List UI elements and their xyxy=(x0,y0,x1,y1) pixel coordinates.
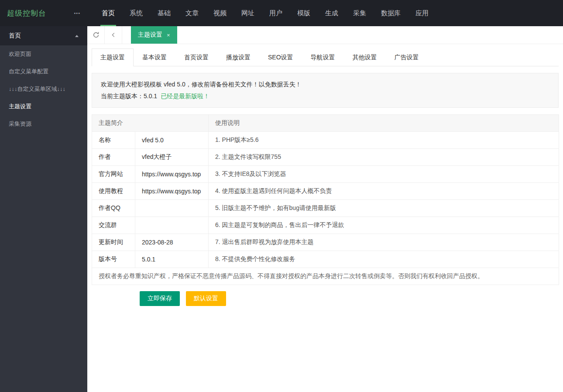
top-nav-item-video[interactable]: 视频 xyxy=(206,0,234,26)
top-nav-item-user[interactable]: 用户 xyxy=(262,0,290,26)
settings-tabs: 主题设置 基本设置 首页设置 播放设置 SEO设置 导航设置 其他设置 广告设置 xyxy=(92,48,559,66)
refresh-button[interactable] xyxy=(87,26,105,44)
tab-play-settings[interactable]: 播放设置 xyxy=(217,48,259,66)
sidebar-item-welcome-page[interactable]: 欢迎页面 xyxy=(0,45,87,63)
row-label: 作者QQ xyxy=(92,200,135,217)
row-note: 6. 因主题是可复制的商品，售出后一律不予退款 xyxy=(209,217,559,234)
table-header-row: 主题简介 使用说明 xyxy=(92,115,559,132)
table-row: 名称 vfed 5.0 1. PHP版本≥5.6 xyxy=(92,132,559,149)
logo-area: 超级控制台 ••• xyxy=(0,0,87,26)
top-nav-item-url[interactable]: 网址 xyxy=(234,0,262,26)
refresh-icon xyxy=(93,31,100,38)
row-label: 名称 xyxy=(92,132,135,149)
license-note: 授权者务必尊重知识产权，严格保证不恶意传播产品源码、不得直接对授权的产品本身进行… xyxy=(92,268,559,285)
row-value: vfed大橙子 xyxy=(135,149,209,166)
table-row: 作者QQ 5. 旧版主题不予维护，如有bug请使用最新版 xyxy=(92,200,559,217)
header-usage-notes: 使用说明 xyxy=(209,115,559,132)
top-nav-item-home[interactable]: 首页 xyxy=(94,0,122,26)
sidebar: 首页 欢迎页面 自定义菜单配置 ↓↓↓自定义菜单区域↓↓↓ 主题设置 采集资源 xyxy=(0,26,87,392)
row-label: 交流群 xyxy=(92,217,135,234)
open-tabs-bar: 主题设置 × xyxy=(87,26,563,44)
row-label: 使用教程 xyxy=(92,183,135,200)
tab-other-settings[interactable]: 其他设置 xyxy=(344,48,386,66)
scroll-tabs-left-button[interactable] xyxy=(105,26,122,44)
default-settings-button[interactable]: 默认设置 xyxy=(186,291,226,306)
theme-info-table: 主题简介 使用说明 名称 vfed 5.0 1. PHP版本≥5.6 作者 vf… xyxy=(92,114,559,285)
chevron-left-icon xyxy=(110,32,117,38)
header-theme-intro: 主题简介 xyxy=(92,115,209,132)
top-nav-item-collect[interactable]: 采集 xyxy=(346,0,374,26)
row-value: https://www.qsgys.top xyxy=(135,183,209,200)
main-area: 主题设置 × 主题设置 基本设置 首页设置 播放设置 SEO设置 导航设置 其他… xyxy=(87,26,563,392)
notice-box: 欢迎使用大橙影视模板 vfed 5.0，修改前请备份相关文件！以免数据丢失！ 当… xyxy=(92,73,559,108)
row-value: https://www.qsgys.top xyxy=(135,166,209,183)
chevron-up-icon xyxy=(75,35,79,37)
table-row: 交流群 6. 因主题是可复制的商品，售出后一律不予退款 xyxy=(92,217,559,234)
table-row: 使用教程 https://www.qsgys.top 4. 使用盗版主题遇到任何… xyxy=(92,183,559,200)
tab-nav-settings[interactable]: 导航设置 xyxy=(302,48,344,66)
notice-line1: 欢迎使用大橙影视模板 vfed 5.0，修改前请备份相关文件！以免数据丢失！ xyxy=(101,79,549,90)
row-note: 5. 旧版主题不予维护，如有bug请使用最新版 xyxy=(209,200,559,217)
save-button[interactable]: 立即保存 xyxy=(140,291,180,306)
sidebar-item-custom-menu-config[interactable]: 自定义菜单配置 xyxy=(0,63,87,80)
table-row: 更新时间 2023-08-28 7. 退出售后群即视为放弃使用本主题 xyxy=(92,234,559,251)
sidebar-section-label: 首页 xyxy=(9,32,21,40)
top-nav-item-app[interactable]: 应用 xyxy=(408,0,436,26)
table-footer-row: 授权者务必尊重知识产权，严格保证不恶意传播产品源码、不得直接对授权的产品本身进行… xyxy=(92,268,559,285)
row-note: 3. 不支持IE8及以下浏览器 xyxy=(209,166,559,183)
version-value: 5.0.1 xyxy=(144,93,157,100)
notice-line2: 当前主题版本：5.0.1已经是最新版啦！ xyxy=(101,90,549,102)
open-tab-label: 主题设置 xyxy=(138,31,162,39)
more-icon[interactable]: ••• xyxy=(74,10,80,16)
row-label: 作者 xyxy=(92,149,135,166)
row-value: vfed 5.0 xyxy=(135,132,209,149)
row-note: 8. 不提供免费个性化修改服务 xyxy=(209,251,559,268)
sidebar-item-theme-settings[interactable]: 主题设置 xyxy=(0,98,87,115)
top-nav-item-basic[interactable]: 基础 xyxy=(150,0,178,26)
top-nav-item-generate[interactable]: 生成 xyxy=(318,0,346,26)
table-row: 作者 vfed大橙子 2. 主题文件读写权限755 xyxy=(92,149,559,166)
top-nav-item-article[interactable]: 文章 xyxy=(178,0,206,26)
sidebar-section-home[interactable]: 首页 xyxy=(0,26,87,45)
tab-home-settings[interactable]: 首页设置 xyxy=(175,48,217,66)
version-status: 已经是最新版啦！ xyxy=(161,93,209,100)
sidebar-item-collect-resources[interactable]: 采集资源 xyxy=(0,115,87,133)
row-value: 2023-08-28 xyxy=(135,234,209,251)
row-note: 2. 主题文件读写权限755 xyxy=(209,149,559,166)
row-label: 官方网站 xyxy=(92,166,135,183)
row-note: 1. PHP版本≥5.6 xyxy=(209,132,559,149)
top-nav-item-template[interactable]: 模版 xyxy=(290,0,318,26)
sidebar-item-custom-menu-area[interactable]: ↓↓↓自定义菜单区域↓↓↓ xyxy=(0,80,87,98)
top-nav-item-system[interactable]: 系统 xyxy=(122,0,150,26)
app-title: 超级控制台 xyxy=(7,8,46,18)
row-label: 更新时间 xyxy=(92,234,135,251)
tab-theme-settings[interactable]: 主题设置 xyxy=(92,48,134,66)
row-value: 5.0.1 xyxy=(135,251,209,268)
tab-seo-settings[interactable]: SEO设置 xyxy=(259,48,302,66)
row-label: 版本号 xyxy=(92,251,135,268)
table-row: 官方网站 https://www.qsgys.top 3. 不支持IE8及以下浏… xyxy=(92,166,559,183)
content-panel: 主题设置 基本设置 首页设置 播放设置 SEO设置 导航设置 其他设置 广告设置… xyxy=(87,44,563,306)
open-tab-theme-settings[interactable]: 主题设置 × xyxy=(131,26,177,44)
top-nav: 首页 系统 基础 文章 视频 网址 用户 模版 生成 采集 数据库 应用 xyxy=(94,0,436,26)
tab-basic-settings[interactable]: 基本设置 xyxy=(134,48,175,66)
top-nav-item-database[interactable]: 数据库 xyxy=(374,0,408,26)
row-note: 7. 退出售后群即视为放弃使用本主题 xyxy=(209,234,559,251)
tab-ad-settings[interactable]: 广告设置 xyxy=(386,48,428,66)
row-note: 4. 使用盗版主题遇到任何问题本人概不负责 xyxy=(209,183,559,200)
close-tab-icon[interactable]: × xyxy=(167,32,170,38)
row-value xyxy=(135,200,209,217)
row-value xyxy=(135,217,209,234)
table-row: 版本号 5.0.1 8. 不提供免费个性化修改服务 xyxy=(92,251,559,268)
form-actions: 立即保存 默认设置 xyxy=(140,291,559,306)
topbar: 超级控制台 ••• 首页 系统 基础 文章 视频 网址 用户 模版 生成 采集 … xyxy=(0,0,563,26)
version-label: 当前主题版本： xyxy=(101,93,144,100)
